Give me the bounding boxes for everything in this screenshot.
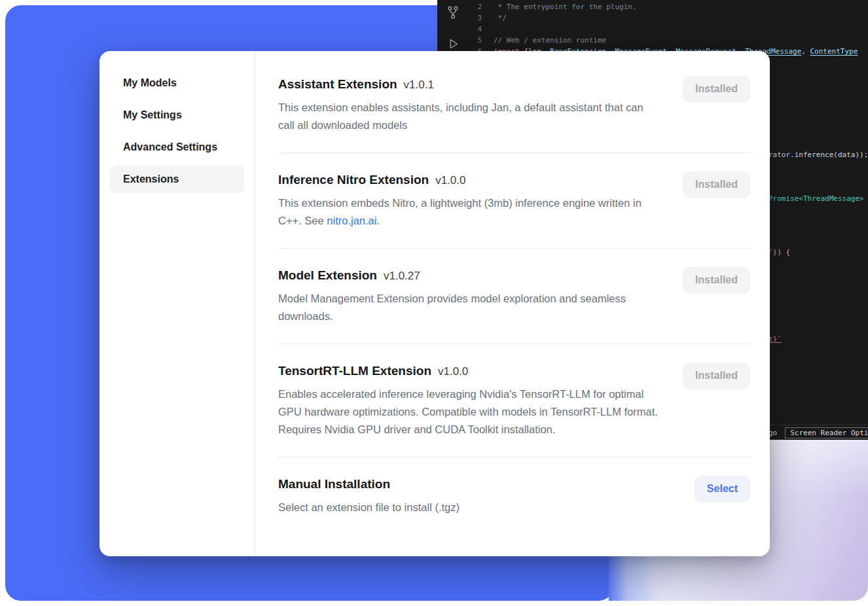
extension-row-tensorrt-llm: TensortRT-LLM Extension v1.0.0 Enables a… xyxy=(278,344,750,457)
extension-version: v1.0.27 xyxy=(384,270,420,283)
extension-title: TensortRT-LLM Extension v1.0.0 xyxy=(278,363,661,380)
sidebar-item-label: Advanced Settings xyxy=(123,141,217,153)
sidebar-item-extensions[interactable]: Extensions xyxy=(110,166,244,193)
installed-button[interactable]: Installed xyxy=(683,267,750,293)
extension-description: This extension enables assistants, inclu… xyxy=(278,99,661,134)
screen-reader-optimized-badge[interactable]: Screen Reader Optimized xyxy=(785,427,868,438)
sidebar-item-advanced-settings[interactable]: Advanced Settings xyxy=(110,134,244,161)
code-line: 3 */ xyxy=(463,12,868,24)
extension-row-inference-nitro: Inference Nitro Extension v1.0.0 This ex… xyxy=(278,153,750,249)
import-id: ContentType xyxy=(810,47,858,56)
sidebar-item-label: Extensions xyxy=(123,173,179,185)
line-number: 5 xyxy=(463,35,482,46)
extension-info: Assistant Extension v1.0.1 This extensio… xyxy=(278,76,661,134)
settings-modal: My Models My Settings Advanced Settings … xyxy=(99,51,770,556)
code-line: 5// Web / extension runtime xyxy=(463,35,868,46)
run-play-icon[interactable] xyxy=(446,37,460,51)
settings-sidebar: My Models My Settings Advanced Settings … xyxy=(99,51,255,556)
manual-installation-title: Manual Installation xyxy=(278,476,460,493)
code-line: 2 * The entrypoint for the plugin. xyxy=(463,1,868,12)
installed-button[interactable]: Installed xyxy=(683,76,750,102)
nitro-jan-ai-link[interactable]: nitro.jan.ai xyxy=(327,215,376,226)
select-file-button[interactable]: Select xyxy=(695,476,750,502)
sidebar-item-label: My Models xyxy=(123,77,177,89)
extension-name: Assistant Extension xyxy=(278,76,397,93)
installed-button[interactable]: Installed xyxy=(683,171,750,198)
extension-row-model: Model Extension v1.0.27 Model Management… xyxy=(278,249,750,344)
extension-title: Assistant Extension v1.0.1 xyxy=(278,76,661,93)
extensions-list: Assistant Extension v1.0.1 This extensio… xyxy=(255,51,770,556)
code-lines: 2 * The entrypoint for the plugin. 3 */ … xyxy=(463,1,868,57)
line-number: 4 xyxy=(463,24,482,35)
extension-name: TensortRT-LLM Extension xyxy=(278,363,431,380)
extension-title: Inference Nitro Extension v1.0.0 xyxy=(278,171,661,188)
sidebar-item-my-settings[interactable]: My Settings xyxy=(110,101,244,129)
manual-installation-heading: Manual Installation xyxy=(278,476,390,493)
extension-info: Model Extension v1.0.27 Model Management… xyxy=(278,267,661,325)
editor-activity-bar xyxy=(443,5,463,51)
line-number: 3 xyxy=(463,12,482,24)
manual-installation-row: Manual Installation Select an extension … xyxy=(278,457,750,535)
manual-installation-info: Manual Installation Select an extension … xyxy=(278,476,460,516)
page-background: 2 * The entrypoint for the plugin. 3 */ … xyxy=(0,0,868,606)
extension-version: v1.0.0 xyxy=(438,365,468,378)
extension-version: v1.0.0 xyxy=(435,174,465,187)
installed-button[interactable]: Installed xyxy=(683,363,750,389)
extension-version: v1.0.1 xyxy=(404,79,434,92)
code-fragment: ')) { xyxy=(769,248,790,257)
code-comment: * The entrypoint for the plugin. xyxy=(494,3,637,11)
code-fragment: Promise<ThreadMessage> xyxy=(769,194,864,203)
extension-description: This extension embeds Nitro, a lightweig… xyxy=(278,194,661,230)
code-line: 4 xyxy=(463,24,868,35)
extension-info: Inference Nitro Extension v1.0.0 This ex… xyxy=(278,171,661,230)
extension-row-assistant: Assistant Extension v1.0.1 This extensio… xyxy=(278,68,750,153)
sidebar-item-my-models[interactable]: My Models xyxy=(110,69,244,97)
code-comment: // Web / extension runtime xyxy=(494,36,606,45)
code-fragment: t}` xyxy=(769,335,782,344)
extension-info: TensortRT-LLM Extension v1.0.0 Enables a… xyxy=(278,363,661,438)
sidebar-item-label: My Settings xyxy=(123,109,182,121)
manual-installation-description: Select an extension file to install (.tg… xyxy=(278,499,460,516)
separator: , xyxy=(801,47,810,56)
code-fragment: rator.inference(data)); xyxy=(769,151,868,159)
code-comment: */ xyxy=(494,14,507,22)
extension-name: Model Extension xyxy=(278,267,377,284)
extension-description: Model Management Extension provides mode… xyxy=(278,290,661,325)
extension-name: Inference Nitro Extension xyxy=(278,171,429,188)
extension-description: Enables accelerated inference leveraging… xyxy=(278,385,661,438)
line-number: 2 xyxy=(463,1,482,12)
description-text: . xyxy=(376,215,380,226)
extension-title: Model Extension v1.0.27 xyxy=(278,267,661,284)
source-control-fork-icon[interactable] xyxy=(446,5,460,20)
